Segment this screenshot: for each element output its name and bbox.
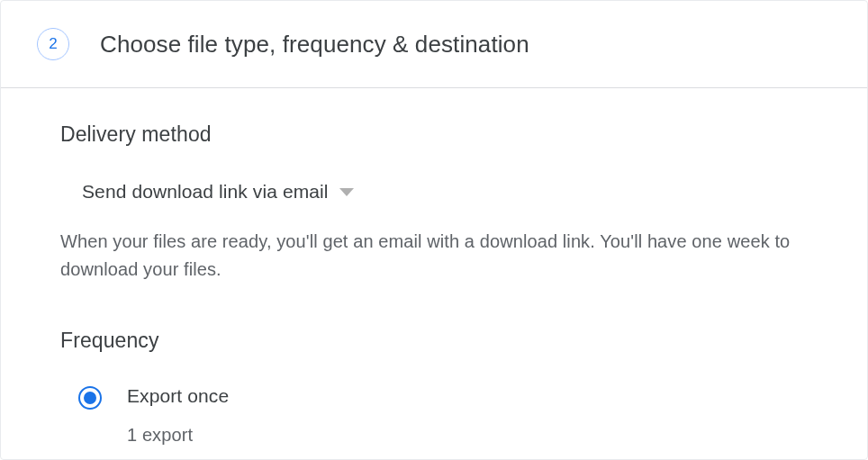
radio-inner-dot-icon xyxy=(84,392,96,404)
radio-text-group: Export once 1 export xyxy=(127,385,229,446)
radio-button-selected[interactable] xyxy=(78,386,102,410)
frequency-option-export-once[interactable]: Export once 1 export xyxy=(78,385,808,446)
frequency-label: Frequency xyxy=(60,329,808,353)
frequency-option-sublabel: 1 export xyxy=(127,425,229,446)
step-number: 2 xyxy=(49,35,57,53)
step-title: Choose file type, frequency & destinatio… xyxy=(100,31,529,59)
delivery-method-selected: Send download link via email xyxy=(82,181,329,203)
delivery-method-description: When your files are ready, you'll get an… xyxy=(60,228,808,284)
step-number-badge: 2 xyxy=(37,28,69,60)
dropdown-arrow-icon xyxy=(339,188,354,196)
delivery-method-label: Delivery method xyxy=(60,122,808,147)
delivery-method-dropdown[interactable]: Send download link via email xyxy=(82,181,808,203)
step-panel: 2 Choose file type, frequency & destinat… xyxy=(0,0,868,460)
step-content: Delivery method Send download link via e… xyxy=(1,88,867,446)
step-header: 2 Choose file type, frequency & destinat… xyxy=(1,1,867,88)
frequency-option-label: Export once xyxy=(127,385,229,407)
